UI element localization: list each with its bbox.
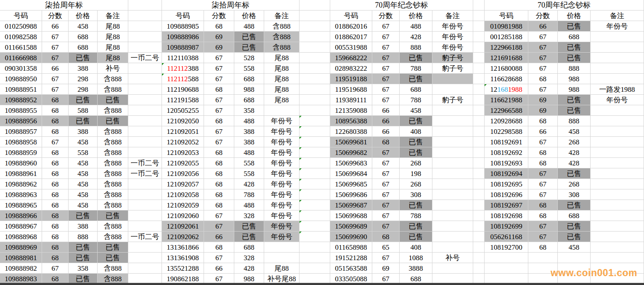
cell-separator[interactable] — [299, 242, 330, 253]
cell-score[interactable]: 67 — [204, 137, 234, 147]
cell-price[interactable]: 588 — [69, 105, 98, 116]
cell-separator[interactable] — [473, 158, 485, 168]
cell-price[interactable]: 458 — [69, 137, 98, 147]
cell-price[interactable]: 388 — [234, 126, 264, 137]
cell-number[interactable]: 121359088 — [330, 105, 372, 116]
column-header[interactable]: 备注 — [591, 11, 644, 21]
column-header[interactable]: 备注 — [264, 11, 299, 21]
cell-price[interactable]: 已售 — [558, 232, 591, 242]
cell-note[interactable]: 尾88 — [98, 53, 128, 63]
cell-note[interactable] — [264, 242, 299, 253]
cell-note[interactable] — [432, 105, 473, 116]
cell-separator[interactable] — [299, 63, 330, 74]
cell-separator[interactable] — [473, 74, 485, 84]
cell-separator[interactable] — [299, 116, 330, 126]
cell-score[interactable]: 68 — [42, 116, 69, 126]
cell-price[interactable]: 888 — [558, 116, 591, 126]
cell-number[interactable] — [485, 253, 528, 263]
cell-price[interactable]: 3888 — [400, 263, 432, 274]
cell-score[interactable]: 67 — [528, 168, 558, 179]
cell-number[interactable]: 010981988 — [485, 21, 528, 32]
cell-price[interactable]: 688 — [400, 84, 432, 95]
cell-price[interactable]: 688 — [234, 95, 264, 105]
cell-score[interactable]: 68 — [372, 137, 400, 147]
cell-number[interactable]: 108192694 — [485, 168, 528, 179]
cell-note[interactable]: 尾88 — [98, 32, 128, 42]
cell-score[interactable]: 67 — [204, 95, 234, 105]
cell-score[interactable]: 67 — [372, 189, 400, 200]
cell-score[interactable]: 67 — [528, 32, 558, 42]
cell-score[interactable]: 67 — [528, 189, 558, 200]
cell-price[interactable]: 558 — [234, 168, 264, 179]
cell-number[interactable]: 102298588 — [485, 126, 528, 137]
cell-note[interactable] — [591, 189, 644, 200]
cell-extra-note[interactable] — [128, 210, 162, 221]
cell-number[interactable]: 150699683 — [330, 158, 372, 168]
cell-extra-note[interactable]: 一币二号 — [128, 168, 162, 179]
cell-price[interactable]: 已售 — [558, 42, 591, 53]
cell-extra-note[interactable] — [128, 32, 162, 42]
cell-note[interactable] — [591, 168, 644, 179]
cell-price[interactable]: 688 — [69, 32, 98, 42]
cell-number[interactable]: 150699688 — [330, 210, 372, 221]
cell-number[interactable]: 120505255 — [162, 105, 204, 116]
cell-price[interactable]: 428 — [400, 32, 432, 42]
cell-score[interactable]: 67 — [42, 42, 69, 53]
cell-number[interactable]: 150699689 — [330, 221, 372, 232]
cell-price[interactable]: 988 — [234, 84, 264, 95]
cell-number[interactable]: 108192696 — [485, 189, 528, 200]
cell-score[interactable]: 67 — [372, 168, 400, 179]
cell-number[interactable]: 028983222 — [330, 63, 372, 74]
cell-extra-note[interactable] — [128, 42, 162, 53]
cell-separator[interactable] — [299, 32, 330, 42]
cell-note[interactable] — [591, 126, 644, 137]
cell-price[interactable]: 已售 — [69, 210, 98, 221]
cell-number[interactable]: 150699690 — [330, 232, 372, 242]
cell-score[interactable]: 67 — [372, 158, 400, 168]
cell-score[interactable]: 68 — [204, 189, 234, 200]
cell-score[interactable]: 68 — [372, 232, 400, 242]
cell-separator[interactable] — [299, 253, 330, 263]
cell-price[interactable]: 328 — [234, 210, 264, 221]
cell-number[interactable]: 121092050 — [162, 116, 204, 126]
column-header[interactable]: 号码 — [0, 11, 42, 21]
cell-price[interactable]: 558 — [234, 158, 264, 168]
column-header[interactable]: 价格 — [69, 11, 98, 21]
cell-price[interactable]: 已售 — [558, 221, 591, 232]
cell-number[interactable]: 150699687 — [330, 200, 372, 210]
cell-extra-note[interactable] — [128, 147, 162, 158]
cell-note[interactable] — [591, 32, 644, 42]
cell-score[interactable]: 67 — [528, 232, 558, 242]
cell-note[interactable]: 含888 — [98, 189, 128, 200]
cell-score[interactable]: 68 — [204, 200, 234, 210]
cell-price[interactable]: 388 — [69, 221, 98, 232]
cell-separator[interactable] — [299, 105, 330, 116]
cell-separator[interactable] — [299, 221, 330, 232]
cell-extra-note[interactable] — [128, 105, 162, 116]
group-title[interactable]: 70周年纪念钞标 — [485, 0, 644, 11]
cell-note[interactable]: 含888 — [264, 42, 299, 53]
cell-score[interactable]: 69 — [528, 105, 558, 116]
cell-number[interactable]: 010250988 — [0, 21, 42, 32]
cell-note[interactable]: 含888 — [98, 147, 128, 158]
cell-number[interactable]: 159668222 — [330, 53, 372, 63]
cell-separator[interactable] — [299, 21, 330, 32]
cell-score[interactable]: 68 — [42, 242, 69, 253]
group-title[interactable]: 柒拾周年标 — [162, 0, 299, 11]
column-header[interactable]: 号码 — [162, 11, 204, 21]
cell-price[interactable]: 428 — [234, 263, 264, 274]
cell-separator[interactable] — [299, 95, 330, 105]
cell-note[interactable] — [432, 263, 473, 274]
cell-score[interactable]: 67 — [528, 221, 558, 232]
cell-extra-note[interactable]: 一币二号 — [128, 158, 162, 168]
cell-note[interactable] — [591, 210, 644, 221]
cell-price[interactable]: 408 — [400, 126, 432, 137]
cell-price[interactable]: 已售 — [400, 74, 432, 84]
cell-score[interactable]: 67 — [204, 221, 234, 232]
cell-number[interactable]: 109888957 — [0, 126, 42, 137]
cell-number[interactable]: 121092058 — [162, 189, 204, 200]
cell-note[interactable] — [591, 221, 644, 232]
cell-score[interactable]: 67 — [372, 179, 400, 189]
cell-number[interactable]: 112112388 — [162, 63, 204, 74]
cell-score[interactable]: 66 — [372, 116, 400, 126]
